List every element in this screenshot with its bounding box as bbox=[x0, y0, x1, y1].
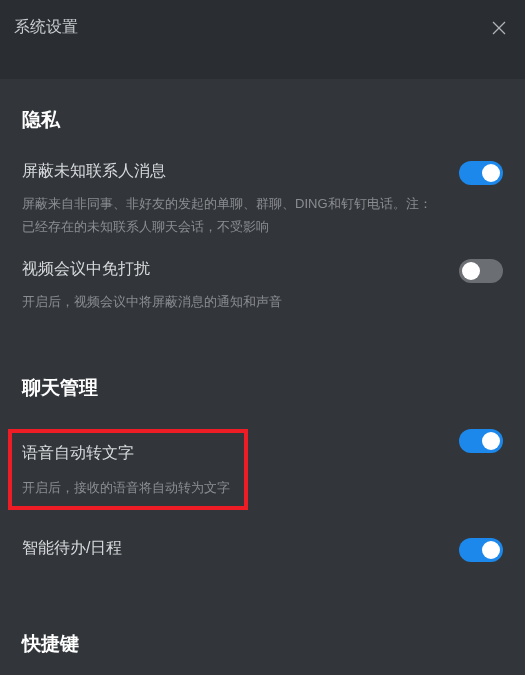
setting-smart-todo: 智能待办/日程 bbox=[22, 538, 503, 569]
setting-voice-to-text-row: 语音自动转文字 开启后，接收的语音将自动转为文字 bbox=[22, 429, 503, 537]
settings-content: 隐私 屏蔽未知联系人消息 屏蔽来自非同事、非好友的发起的单聊、群聊、DING和钉… bbox=[0, 79, 525, 675]
setting-label: 语音自动转文字 bbox=[22, 443, 230, 464]
setting-label: 屏蔽未知联系人消息 bbox=[22, 161, 439, 182]
setting-label: 智能待办/日程 bbox=[22, 538, 439, 559]
close-button[interactable] bbox=[487, 16, 511, 40]
close-icon bbox=[491, 20, 507, 36]
toggle-voice-to-text[interactable] bbox=[459, 429, 503, 453]
titlebar: 系统设置 bbox=[0, 0, 525, 55]
setting-video-dnd: 视频会议中免打扰 开启后，视频会议中将屏蔽消息的通知和声音 bbox=[22, 259, 503, 313]
section-title-privacy: 隐私 bbox=[22, 107, 503, 133]
toggle-knob bbox=[482, 541, 500, 559]
toggle-knob bbox=[482, 164, 500, 182]
setting-block-unknown: 屏蔽未知联系人消息 屏蔽来自非同事、非好友的发起的单聊、群聊、DING和钉钉电话… bbox=[22, 161, 503, 239]
toggle-knob bbox=[482, 432, 500, 450]
setting-desc: 开启后，接收的语音将自动转为文字 bbox=[22, 476, 230, 499]
setting-text: 智能待办/日程 bbox=[22, 538, 459, 569]
section-title-chat: 聊天管理 bbox=[22, 375, 503, 401]
setting-text: 视频会议中免打扰 开启后，视频会议中将屏蔽消息的通知和声音 bbox=[22, 259, 459, 313]
section-title-shortcut: 快捷键 bbox=[22, 631, 503, 657]
toggle-video-dnd[interactable] bbox=[459, 259, 503, 283]
setting-desc: 开启后，视频会议中将屏蔽消息的通知和声音 bbox=[22, 290, 439, 313]
toggle-block-unknown[interactable] bbox=[459, 161, 503, 185]
window-title: 系统设置 bbox=[14, 17, 78, 38]
highlight-box: 语音自动转文字 开启后，接收的语音将自动转为文字 bbox=[8, 429, 248, 509]
setting-text: 屏蔽未知联系人消息 屏蔽来自非同事、非好友的发起的单聊、群聊、DING和钉钉电话… bbox=[22, 161, 459, 239]
setting-label: 视频会议中免打扰 bbox=[22, 259, 439, 280]
toggle-smart-todo[interactable] bbox=[459, 538, 503, 562]
toggle-knob bbox=[462, 262, 480, 280]
setting-desc: 屏蔽来自非同事、非好友的发起的单聊、群聊、DING和钉钉电话。注：已经存在的未知… bbox=[22, 192, 439, 239]
